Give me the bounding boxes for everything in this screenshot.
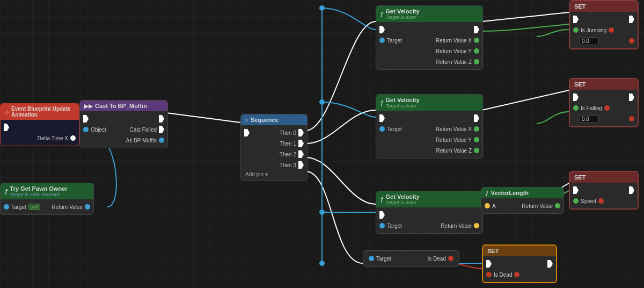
- cast-exec-in: [83, 115, 89, 123]
- set-falling-node: SET Is Falling: [569, 78, 639, 127]
- add-pin[interactable]: Add pin +: [241, 170, 307, 178]
- set-speed-header: SET: [570, 172, 638, 183]
- gv2-exec-out: [474, 114, 479, 122]
- svg-point-1: [319, 99, 325, 105]
- cast-title: Cast To BP_Muffin: [95, 103, 147, 109]
- cast-exec-out: [159, 115, 164, 123]
- set-falling-label: Is Falling: [581, 105, 602, 111]
- gv2-target-pin: [379, 126, 385, 132]
- gv3-target-pin: [379, 223, 385, 228]
- get-velocity-3-node: ƒ Get Velocity Target is Actor Target Re…: [376, 191, 483, 234]
- gv2-rety-pin: [474, 137, 479, 142]
- set-jumping-exec-in: [573, 16, 579, 23]
- try-get-pawn-header: ƒ Try Get Pawn Owner Target is Anim Inst…: [1, 183, 93, 199]
- try-get-pawn-node: ƒ Try Get Pawn Owner Target is Anim Inst…: [0, 183, 94, 215]
- gv2-rety-label: Return Value Y: [436, 137, 472, 143]
- gv1-retx-pin: [474, 38, 479, 43]
- svg-point-7: [320, 261, 324, 265]
- vector-length-title: VectorLength: [491, 190, 529, 196]
- set-falling-header: SET: [570, 79, 638, 90]
- set-dead-node: SET Is Dead: [482, 244, 557, 283]
- object-label: Object: [91, 127, 106, 133]
- return-value-pin: [85, 204, 90, 210]
- as-bp-muffin-pin: [159, 138, 164, 143]
- gv3-target-label: Target: [387, 223, 402, 229]
- vl-ret-label: Return Value: [522, 203, 553, 209]
- gv1-target-label: Target: [387, 38, 402, 44]
- is-dead-label: Is Dead: [428, 256, 446, 262]
- event-exec-out: [4, 124, 9, 131]
- gv1-retz-label: Return Value Z: [436, 59, 472, 65]
- set-jumping-red2: [629, 38, 634, 44]
- set-dead-header: SET: [483, 246, 556, 256]
- delta-time-pin: [70, 135, 76, 141]
- then3-pin: [298, 161, 304, 169]
- gv1-exec-out: [474, 26, 479, 33]
- set-speed-out-pin: [598, 198, 604, 204]
- cast-node: ▶▶ Cast To BP_Muffin Object Cast Failed …: [79, 100, 168, 148]
- gv2-retz-label: Return Value Z: [436, 148, 472, 154]
- is-dead-target-label: Target: [376, 256, 391, 262]
- set-dead-exec-out: [547, 260, 553, 268]
- set-falling-exec-in: [573, 93, 579, 101]
- then1-label: Then 1: [280, 141, 296, 147]
- set-falling-out-pin: [604, 105, 610, 111]
- set-jumping-header: SET: [570, 1, 638, 12]
- get-vel-2-title: Get Velocity: [386, 97, 420, 103]
- set-falling-exec-out: [629, 93, 634, 101]
- set-dead-val-pin: [486, 272, 492, 277]
- event-header: ◇ Event Blueprint Update Animation: [1, 104, 79, 120]
- gv1-rety-pin: [474, 48, 479, 54]
- set-jumping-out-pin: [609, 27, 614, 33]
- svg-point-0: [319, 5, 325, 11]
- object-pin: [83, 127, 89, 132]
- try-get-pawn-subtitle: Target is Anim Instance: [10, 192, 68, 197]
- set-jumping-exec-out: [629, 16, 634, 23]
- then2-pin: [298, 150, 304, 158]
- set-dead-out-pin: [514, 272, 519, 277]
- gv2-retx-label: Return Value X: [436, 126, 472, 132]
- sequence-node: ≡ Sequence Then 0 Then 1 Then 2: [240, 114, 308, 181]
- set-speed-label: Speed: [581, 198, 596, 204]
- set-jumping-label: Is Jumping: [581, 27, 606, 33]
- event-title: Event Blueprint Update Animation: [11, 106, 75, 118]
- set-speed-val-pin: [573, 198, 579, 204]
- get-vel-1-title: Get Velocity: [386, 8, 420, 15]
- seq-exec-in: [244, 129, 250, 136]
- svg-point-6: [319, 261, 325, 266]
- is-dead-check-node: Target Is Dead: [363, 250, 459, 267]
- then0-pin: [298, 129, 304, 136]
- set-falling-val-pin: [573, 105, 579, 111]
- get-vel-3-title: Get Velocity: [386, 193, 420, 200]
- cast-failed-pin: [159, 126, 164, 133]
- gv2-exec-in: [379, 114, 385, 122]
- get-velocity-1-node: ƒ Get Velocity Target is Actor Target Re…: [376, 5, 483, 70]
- delta-time-label: Delta Time X: [38, 135, 68, 141]
- vl-a-pin: [485, 203, 490, 208]
- set-falling-title: SET: [574, 81, 586, 88]
- set-jumping-node: SET Is Jumping: [569, 0, 639, 49]
- set-falling-input[interactable]: [580, 115, 599, 123]
- set-falling-red2: [629, 116, 634, 121]
- gv1-rety-label: Return Value Y: [436, 48, 472, 54]
- get-vel-2-subtitle: Target is Actor: [386, 103, 420, 109]
- is-dead-target-pin: [369, 256, 374, 261]
- get-vel-1-header: ƒ Get Velocity Target is Actor: [376, 6, 482, 22]
- gv3-ret-label: Return Value: [441, 223, 472, 229]
- try-get-pawn-title: Try Get Pawn Owner: [10, 185, 68, 192]
- as-bp-muffin-label: As BP Muffin: [126, 138, 157, 143]
- get-vel-3-header: ƒ Get Velocity Target is Actor: [376, 191, 482, 207]
- then0-label: Then 0: [280, 130, 296, 136]
- svg-point-5: [320, 210, 324, 214]
- get-vel-2-header: ƒ Get Velocity Target is Actor: [376, 95, 482, 111]
- set-dead-label: Is Dead: [494, 272, 512, 278]
- then2-label: Then 2: [280, 152, 296, 157]
- svg-point-3: [320, 6, 324, 10]
- set-jumping-input[interactable]: [580, 37, 599, 45]
- gv2-retx-pin: [474, 126, 479, 132]
- set-speed-title: SET: [574, 174, 586, 181]
- vl-a-label: A: [492, 203, 496, 209]
- get-velocity-2-node: ƒ Get Velocity Target is Actor Target Re…: [376, 94, 483, 159]
- vl-ret-pin: [555, 203, 560, 208]
- return-value-label: Return Value: [52, 204, 83, 210]
